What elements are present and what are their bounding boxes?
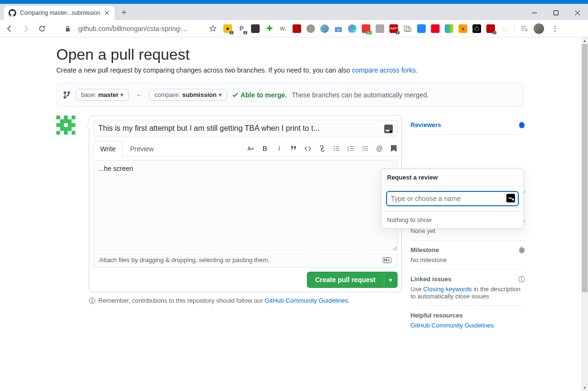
compare-icon: [63, 91, 71, 99]
close-window-button[interactable]: [567, 6, 588, 20]
ext-icon[interactable]: 9+: [362, 24, 370, 33]
reviewer-search-input[interactable]: [386, 191, 519, 206]
base-value: master: [98, 91, 119, 98]
ext-icon[interactable]: 16: [334, 24, 343, 33]
ul-icon[interactable]: [333, 145, 340, 152]
remember-text: Remember, contributions to this reposito…: [98, 297, 264, 304]
svg-rect-10: [389, 131, 392, 132]
helpful-title: Helpful resources: [410, 312, 463, 319]
ol-icon[interactable]: 123: [347, 145, 355, 152]
profile-avatar[interactable]: [534, 23, 544, 34]
guidelines-link[interactable]: GitHub Community Guidelines: [264, 297, 348, 304]
ext-icon[interactable]: [403, 24, 412, 33]
milestone-heading[interactable]: Milestone: [410, 246, 525, 254]
scroll-down-icon[interactable]: ▼: [581, 384, 588, 391]
base-branch-selector[interactable]: base: master ▾: [76, 89, 129, 101]
reviewers-heading[interactable]: Reviewers: [410, 121, 525, 128]
svg-rect-25: [508, 197, 509, 198]
quote-icon[interactable]: [290, 145, 297, 152]
keyboard-icon: 1: [506, 194, 515, 202]
create-pr-dropdown[interactable]: ▾: [384, 272, 398, 288]
reviewer-popover: Request a review 1 Nothing to show: [381, 169, 524, 229]
ext-icon[interactable]: 2: [486, 24, 495, 33]
tab-title: Comparing master...submission: [20, 10, 100, 16]
compare-value: submission: [182, 91, 217, 98]
browser-tab[interactable]: Comparing master...submission ✕: [4, 6, 115, 20]
reload-button[interactable]: [36, 23, 48, 34]
preview-tab[interactable]: Preview: [123, 141, 161, 157]
ext-icon[interactable]: [445, 24, 453, 33]
ext-icon[interactable]: [431, 24, 440, 33]
svg-point-5: [555, 25, 556, 27]
ext-icon[interactable]: ABP2: [389, 24, 398, 33]
bookmark-star-icon[interactable]: [207, 23, 219, 34]
user-avatar-column: [56, 116, 80, 335]
create-pr-button[interactable]: Create pull request: [307, 272, 384, 288]
compare-forks-link[interactable]: compare across forks: [352, 66, 416, 74]
markdown-icon[interactable]: [383, 257, 391, 263]
merge-status-text: Able to merge.: [241, 91, 287, 99]
svg-rect-27: [511, 197, 512, 198]
closing-keywords-link[interactable]: Closing keywords: [423, 285, 472, 293]
ext-icon[interactable]: [251, 24, 260, 33]
ext-icon[interactable]: [417, 24, 426, 33]
svg-text:16: 16: [336, 28, 340, 32]
chrome-menu-icon[interactable]: [549, 23, 561, 34]
page-subtitle: Create a new pull request by comparing c…: [56, 66, 581, 74]
info-icon[interactable]: [518, 276, 525, 283]
ext-icon[interactable]: [306, 24, 315, 33]
maximize-button[interactable]: [545, 6, 567, 20]
svg-point-7: [555, 30, 556, 32]
ext-icon[interactable]: ✚: [265, 24, 273, 33]
tasklist-icon[interactable]: [361, 145, 369, 152]
ext-icon[interactable]: W.: [279, 24, 287, 33]
milestone-body: No milestone: [410, 256, 525, 264]
site-info-lock-icon[interactable]: [62, 23, 74, 34]
contribution-reminder: Remember, contributions to this reposito…: [89, 297, 402, 304]
gear-icon[interactable]: [518, 247, 525, 254]
arrow-left-icon: ←: [134, 91, 144, 99]
ext-icon[interactable]: [293, 24, 301, 33]
url-display[interactable]: github.com/billmongan/csta-spring-...: [78, 25, 202, 32]
forward-button[interactable]: [20, 23, 32, 34]
pr-body-textarea[interactable]: [93, 160, 398, 251]
scrollbar-thumb[interactable]: [582, 44, 588, 292]
scroll-up-icon[interactable]: ▲: [581, 37, 588, 44]
scrollbar-track[interactable]: ▲ ▼: [581, 37, 588, 391]
svg-point-22: [521, 277, 522, 278]
saved-reply-icon[interactable]: [390, 145, 398, 152]
compare-label: compare:: [154, 91, 180, 98]
pr-title-input[interactable]: [93, 120, 398, 137]
linked-title: Linked issues: [410, 275, 452, 283]
ext-icon[interactable]: P1: [237, 24, 246, 33]
ext-icon[interactable]: [348, 24, 357, 33]
ext-icon[interactable]: ■1: [223, 24, 232, 33]
helpful-link[interactable]: GitHub Community Guidelines: [410, 322, 494, 329]
minimize-button[interactable]: [524, 6, 545, 20]
mention-icon[interactable]: @: [376, 145, 383, 152]
media-control-icon[interactable]: [520, 24, 528, 33]
page-heading: Open a pull request: [56, 37, 581, 63]
ext-icon[interactable]: a: [459, 24, 467, 33]
grammar-ext-icon[interactable]: [384, 125, 393, 133]
italic-icon[interactable]: I: [275, 145, 283, 152]
ext-icon[interactable]: [320, 24, 329, 33]
new-tab-button[interactable]: [117, 6, 131, 19]
compare-branch-selector[interactable]: compare: submission ▾: [149, 89, 227, 101]
ext-icon[interactable]: ⬚: [500, 24, 509, 33]
heading-icon[interactable]: AA: [247, 145, 254, 152]
gear-icon[interactable]: [518, 122, 525, 128]
address-bar: github.com/billmongan/csta-spring-... ■1…: [0, 20, 588, 37]
formatting-toolbar: AA B I: [247, 145, 398, 152]
bold-icon[interactable]: B: [261, 145, 269, 152]
user-identicon[interactable]: [56, 116, 75, 135]
link-icon[interactable]: [318, 145, 326, 152]
attach-hint[interactable]: Attach files by dragging & dropping, sel…: [93, 253, 398, 268]
write-tab[interactable]: Write: [93, 141, 123, 157]
code-icon[interactable]: [304, 145, 312, 152]
ext-icon[interactable]: [376, 24, 384, 33]
close-tab-icon[interactable]: ✕: [104, 9, 110, 17]
caret-down-icon: ▾: [120, 91, 124, 98]
ext-icon[interactable]: ◯: [472, 24, 481, 33]
back-button[interactable]: [4, 23, 15, 34]
